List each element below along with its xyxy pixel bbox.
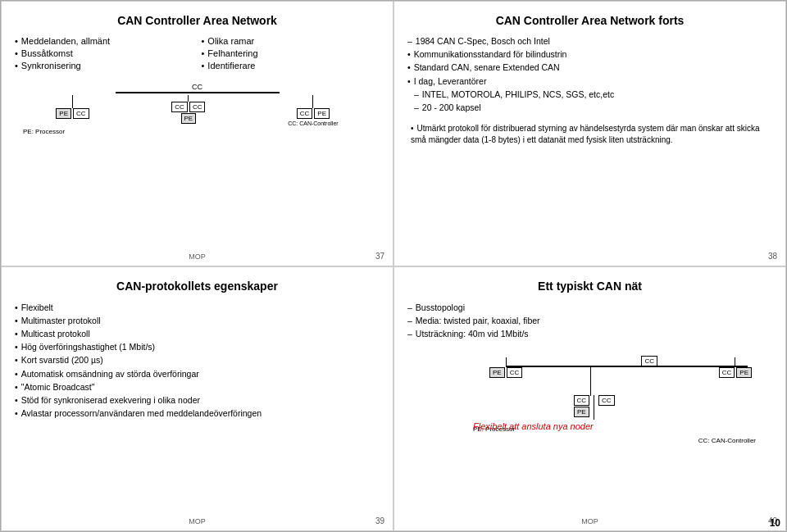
list-item: Olika ramar [202,36,380,46]
can-node-2: CC CC PE [171,95,205,126]
slide2-number: 38 [768,252,777,261]
list-item: Flexibelt [15,302,380,313]
pe-processor-label: PE: Processor [23,128,65,135]
slide-2: CAN Controller Area Network forts – 1984… [394,1,786,266]
cc-controller-label2: CC: CAN-Controller [698,437,756,444]
list-item: Multimaster protokoll [15,315,380,326]
list-item: Hög överföringshastighet (1 Mbit/s) [15,341,380,352]
slide2-title: CAN Controller Area Network forts [407,13,772,28]
right-node: CC PE [719,357,752,378]
slide1-diagram: CC PE CC [15,83,380,135]
page-container: CAN Controller Area Network Meddelanden,… [0,0,787,532]
slide-3: CAN-protokollets egenskaper Flexibelt Mu… [1,266,394,532]
list-item: INTEL, MOTOROLA, PHILIPS, NCS, SGS, etc,… [407,89,772,100]
slide1-content: Meddelanden, allmänt Bussåtkomst Synkron… [15,36,380,73]
list-item: Identifierare [202,61,380,70]
can-node-3: CC PE CC: CAN-Controller [288,95,338,126]
list-item: Bussåtkomst [15,48,193,58]
list-item: Kommunikationsstandard för bilindustrin [407,48,772,60]
slide1-col1: Meddelanden, allmänt Bussåtkomst Synkron… [15,36,193,73]
slide2-spec-title: 1984 CAN C-Spec, Bosch och Intel [416,36,550,46]
slide1-number: 37 [375,252,384,261]
cc-controller-label: CC: CAN-Controller [288,120,338,126]
list-item: I dag, Leverantörer [407,75,772,87]
slide1-title: CAN Controller Area Network [15,13,380,28]
cc-box-top: CC [641,356,657,366]
slide4-diagram: CC PE CC CC PE [407,349,772,456]
mid-vline [590,367,591,396]
list-item: Media: twisted pair, koaxial, fiber [407,315,772,326]
mid-nodes: CC PE CC [574,395,615,420]
slide4-list: Busstopologi Media: twisted pair, koaxia… [407,302,772,342]
left-node: PE CC [489,357,522,378]
slide1-footer: MOP [189,252,206,261]
slide4-footer: MOP [581,517,598,525]
list-item: Multicast protokoll [15,328,380,339]
slide2-section1: – 1984 CAN C-Spec, Bosch och Intel Kommu… [407,36,772,113]
slide1-col2: Olika ramar Felhantering Identifierare [202,36,380,73]
cc-label-top: CC [192,83,202,91]
list-item: "Atomic Broadcast" [15,381,380,393]
slide3-number: 39 [375,516,384,525]
top-bus [506,366,748,367]
flexibelt-label: Flexibelt att ansluta nya noder [473,421,594,431]
utmarkt-text: Utmärkt protokoll för distribuerad styrn… [407,120,772,149]
list-item: Standard CAN, senare Extended CAN [407,61,772,73]
slide3-title: CAN-protokollets egenskaper [15,279,380,293]
list-item: Automatisk omsändning av störda överföri… [15,368,380,380]
list-item: 20 - 200 kapsel [407,102,772,113]
can-node-1: PE CC [56,95,89,126]
slide4-title: Ett typiskt CAN nät [407,279,772,293]
slide3-list: Flexibelt Multimaster protokoll Multicas… [15,302,380,420]
slide4-content: Busstopologi Media: twisted pair, koaxia… [407,302,772,342]
list-item: Stöd för synkroniserad exekvering i olik… [15,394,380,406]
slide-1: CAN Controller Area Network Meddelanden,… [1,1,394,266]
list-item: Utsträckning: 40m vid 1Mbit/s [407,328,772,339]
slide-4: Ett typiskt CAN nät Busstopologi Media: … [394,266,786,532]
list-item: Avlastar processorn/användaren med medde… [15,407,380,419]
list-item: Busstopologi [407,302,772,313]
list-item: Synkronisering [15,61,193,70]
list-item: Felhantering [202,48,380,58]
page-number: 10 [770,517,780,529]
slide3-footer: MOP [189,517,206,525]
list-item: Meddelanden, allmänt [15,36,193,46]
list-item: Kort svarstid (200 µs) [15,354,380,366]
